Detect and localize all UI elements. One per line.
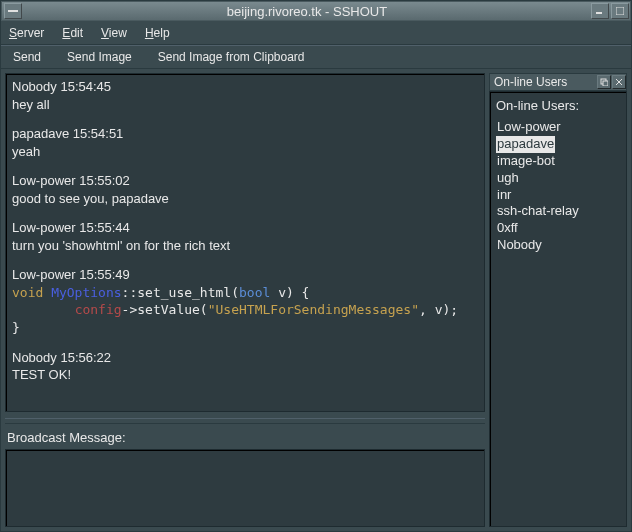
send-image-button[interactable]: Send Image — [63, 48, 136, 66]
right-column: On-line Users On-line Users: Low-powerpa… — [489, 69, 631, 531]
chat-user: Nobody — [12, 79, 57, 94]
panel-close-button[interactable] — [612, 75, 626, 89]
user-item[interactable]: ugh — [496, 170, 620, 187]
send-button[interactable]: Send — [9, 48, 45, 66]
menu-help[interactable]: Help — [145, 26, 170, 40]
panel-undock-button[interactable] — [597, 75, 611, 89]
window-title: beijing.rivoreo.tk - SSHOUT — [24, 4, 590, 19]
menubar: Server Edit View Help — [1, 21, 631, 45]
menu-edit[interactable]: Edit — [62, 26, 83, 40]
user-item[interactable]: papadave — [496, 136, 555, 153]
toolbar: Send Send Image Send Image from Clipboar… — [1, 45, 631, 69]
send-image-clipboard-button[interactable]: Send Image from Clipboard — [154, 48, 309, 66]
chat-time: 15:55:02 — [79, 173, 130, 188]
maximize-button[interactable] — [611, 3, 629, 19]
chat-body: TEST OK! — [12, 366, 478, 384]
chat-body: yeah — [12, 143, 478, 161]
chat-user: Low-power — [12, 173, 76, 188]
user-item[interactable]: inr — [496, 187, 620, 204]
code-line: config->setValue("UseHTMLForSendingMessa… — [12, 301, 478, 319]
chat-time: 15:54:51 — [73, 126, 124, 141]
svg-rect-1 — [596, 12, 602, 14]
code-line: } — [12, 319, 478, 337]
chat-time: 15:56:22 — [60, 350, 111, 365]
minimize-button[interactable] — [591, 3, 609, 19]
chat-message: Low-power 15:55:02 good to see you, papa… — [12, 172, 478, 207]
titlebar: beijing.rivoreo.tk - SSHOUT — [1, 1, 631, 21]
chat-message: Nobody 15:56:22 TEST OK! — [12, 349, 478, 384]
user-item[interactable]: Low-power — [496, 119, 620, 136]
chat-user: Low-power — [12, 220, 76, 235]
chat-message-code: Low-power 15:55:49 void MyOptions::set_u… — [12, 266, 478, 336]
chat-body: turn you 'showhtml' on for the rich text — [12, 237, 478, 255]
menu-view[interactable]: View — [101, 26, 127, 40]
broadcast-input[interactable] — [5, 449, 485, 527]
app-window: beijing.rivoreo.tk - SSHOUT Server Edit … — [0, 0, 632, 532]
chat-log[interactable]: Nobody 15:54:45 hey all papadave 15:54:5… — [5, 73, 485, 412]
chat-time: 15:54:45 — [60, 79, 111, 94]
chat-user: Low-power — [12, 267, 76, 282]
users-list[interactable]: On-line Users: Low-powerpapadaveimage-bo… — [489, 91, 627, 527]
chat-user: papadave — [12, 126, 69, 141]
broadcast-label: Broadcast Message: — [5, 428, 485, 449]
chat-message: Low-power 15:55:44 turn you 'showhtml' o… — [12, 219, 478, 254]
users-panel-title: On-line Users — [494, 75, 596, 89]
menu-server[interactable]: Server — [9, 26, 44, 40]
chat-message: Nobody 15:54:45 hey all — [12, 78, 478, 113]
user-item[interactable]: ssh-chat-relay — [496, 203, 620, 220]
chat-message: papadave 15:54:51 yeah — [12, 125, 478, 160]
users-panel-header: On-line Users — [489, 73, 627, 91]
splitter[interactable] — [5, 418, 485, 424]
users-list-title: On-line Users: — [496, 98, 620, 113]
svg-rect-0 — [8, 10, 18, 12]
svg-rect-4 — [603, 81, 608, 86]
window-menu-button[interactable] — [4, 3, 22, 19]
left-column: Nobody 15:54:45 hey all papadave 15:54:5… — [1, 69, 489, 531]
user-item[interactable]: image-bot — [496, 153, 620, 170]
user-item[interactable]: Nobody — [496, 237, 620, 254]
svg-rect-2 — [616, 7, 624, 15]
chat-body: good to see you, papadave — [12, 190, 478, 208]
code-line: void MyOptions::set_use_html(bool v) { — [12, 284, 478, 302]
chat-user: Nobody — [12, 350, 57, 365]
chat-body: hey all — [12, 96, 478, 114]
content-area: Nobody 15:54:45 hey all papadave 15:54:5… — [1, 69, 631, 531]
chat-time: 15:55:44 — [79, 220, 130, 235]
chat-time: 15:55:49 — [79, 267, 130, 282]
user-item[interactable]: 0xff — [496, 220, 620, 237]
